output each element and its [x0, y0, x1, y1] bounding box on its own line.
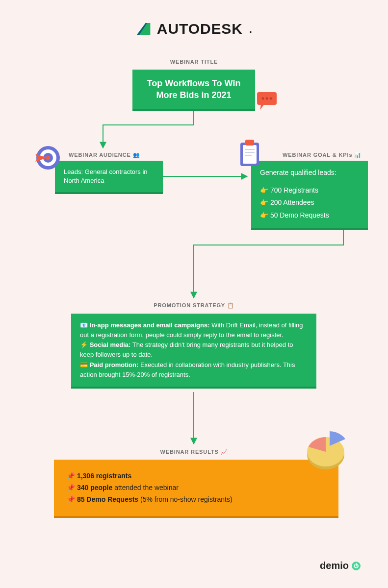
label-webinar-goal: WEBINAR GOAL & KPIs 📊	[283, 152, 362, 158]
svg-point-12	[270, 98, 272, 100]
autodesk-logo: AUTODESK.	[0, 21, 388, 37]
autodesk-logo-mark	[135, 22, 151, 36]
promo-item-2: 💳 Paid promotion: Executed in collaborat…	[80, 360, 308, 380]
svg-rect-6	[245, 140, 254, 146]
label-promotion-strategy: PROMOTION STRATEGY 📋	[0, 302, 388, 309]
goal-kpi-0: 👉 700 Registrants	[260, 185, 359, 196]
result-item-2: 📌 85 Demo Requests (5% from no-show regi…	[67, 494, 326, 506]
svg-point-11	[266, 98, 268, 100]
pie-chart-icon	[300, 431, 347, 473]
box-webinar-audience: Leads: General contractors in North Amer…	[55, 161, 163, 194]
box-promotion-strategy: 📧 In-app messages and email campaigns: W…	[71, 314, 316, 389]
clipboard-icon	[238, 140, 261, 168]
svg-point-10	[262, 98, 264, 100]
result-item-0: 📌 1,306 registrants	[67, 470, 326, 482]
box-webinar-results: 📌 1,306 registrants 📌 340 people attende…	[54, 460, 338, 518]
demio-logo: demio ⏻	[320, 560, 361, 571]
autodesk-logo-dot: .	[249, 20, 253, 36]
box-webinar-goal: Generate qualified leads: 👉 700 Registra…	[251, 161, 368, 230]
demio-badge-icon: ⏻	[352, 562, 361, 570]
promo-item-1: ⚡ Social media: The strategy didn't brin…	[80, 340, 308, 360]
svg-rect-5	[243, 145, 257, 164]
goal-headline: Generate qualified leads:	[260, 168, 359, 178]
demio-logo-text: demio	[320, 560, 349, 571]
goal-kpi-1: 👉 200 Attendees	[260, 197, 359, 208]
promo-item-0: 📧 In-app messages and email campaigns: W…	[80, 320, 308, 340]
result-item-1: 📌 340 people attended the webinar	[67, 482, 326, 494]
chat-bubble-icon	[255, 92, 279, 112]
target-icon	[32, 143, 62, 172]
autodesk-logo-text: AUTODESK	[157, 21, 243, 37]
label-webinar-title: WEBINAR TITLE	[0, 59, 388, 65]
box-webinar-title: Top Workflows To Win More Bids in 2021	[132, 70, 255, 111]
label-webinar-audience: WEBINAR AUDIENCE 👥	[69, 152, 140, 158]
goal-kpi-2: 👉 50 Demo Requests	[260, 210, 359, 221]
